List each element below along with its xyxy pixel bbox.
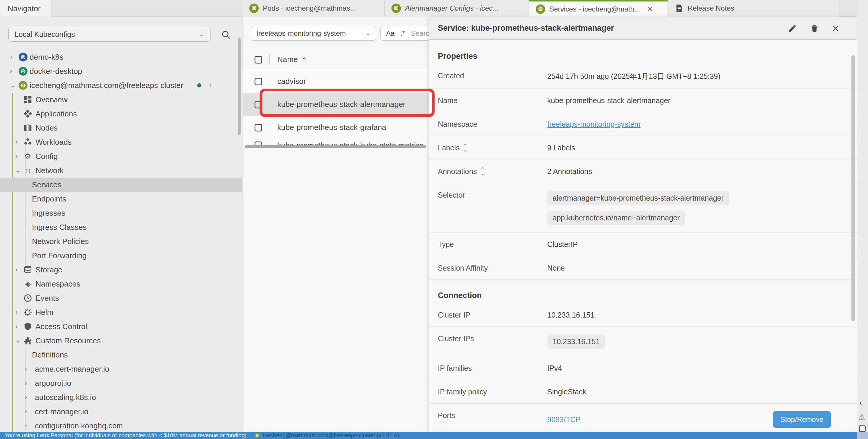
chevron-right-icon[interactable]: › — [16, 153, 18, 160]
namespace-link[interactable]: freeleaps-monitoring-system — [547, 120, 640, 128]
sidebar-scrollbar[interactable] — [238, 37, 241, 135]
tab-alertmanager[interactable]: ☸Alertmanager Configs - icec... — [385, 0, 529, 16]
section-heading: Properties — [438, 52, 857, 61]
sidebar-item-ingresses[interactable]: Ingresses — [0, 206, 242, 220]
chevron-right-icon[interactable]: › — [25, 422, 27, 430]
edit-pencil-icon[interactable] — [787, 24, 797, 33]
drawer-row-namespace: Namespacefreeleaps-monitoring-system — [429, 112, 857, 136]
sidebar-item-custom-resources[interactable]: ⌄Custom Resources — [0, 334, 242, 348]
sidebar-item-storage[interactable]: ›Storage — [0, 263, 242, 277]
sidebar-item-access-control[interactable]: ›Access Control — [0, 319, 242, 334]
sidebar-item-namespaces[interactable]: ◈Namespaces — [0, 277, 242, 291]
tab-close-icon[interactable]: ✕ — [647, 5, 653, 13]
sidebar-item-label: Custom Resources — [35, 336, 101, 345]
chevron-right-icon[interactable]: › — [25, 379, 27, 387]
chevron-right-icon[interactable]: › — [10, 53, 12, 61]
chevron-right-icon[interactable]: › — [16, 323, 18, 330]
sidebar-item-helm[interactable]: ›Helm — [0, 305, 242, 319]
close-icon[interactable]: ✕ — [832, 23, 839, 34]
sidebar-item-label: configuration.konghq.com — [35, 421, 123, 431]
table-row[interactable]: cadvisor — [243, 70, 429, 93]
drawer-value: 254d 17h 50m ago (2025年1月13日 GMT+8 1:25:… — [547, 71, 720, 81]
window-box-icon[interactable] — [859, 426, 866, 432]
select-all-checkbox[interactable] — [254, 56, 262, 64]
drawer-row-ip-families: IP familiesIPv4 — [429, 356, 857, 380]
sidebar-item-cert-manager-io[interactable]: ›cert-manager.io — [0, 404, 242, 418]
chevron-right-icon[interactable]: › — [210, 81, 212, 89]
sidebar-item-argoproj-io[interactable]: ›argoproj.io — [0, 376, 242, 390]
drawer-label: Labels⌃⌄ — [429, 143, 547, 152]
sidebar-item-ingress-classes[interactable]: Ingress Classes — [0, 220, 242, 234]
chevron-right-icon[interactable]: › — [16, 138, 18, 146]
delete-trash-icon[interactable] — [810, 23, 819, 33]
drawer-label-text: Annotations — [438, 167, 477, 176]
sidebar-item-config[interactable]: ›⚙Config — [0, 149, 242, 163]
sidebar-item-workloads[interactable]: ›Workloads — [0, 135, 242, 149]
row-checkbox[interactable] — [254, 101, 262, 108]
table-row-content: kube-prometheus-stack-grafana — [243, 123, 429, 132]
port-row: 9093/TCPStop/Remove — [547, 411, 831, 428]
table-row-content: kube-prometheus-stack-alertmanager — [243, 100, 429, 109]
table-row[interactable]: kube-prometheus-stack-alertmanager — [243, 93, 429, 116]
list-search-input[interactable]: Aa .* Search — [380, 26, 429, 41]
sidebar-item-demo-k8s[interactable]: ›☸demo-k8s — [0, 50, 242, 64]
sort-asc-icon[interactable]: ^ — [303, 56, 305, 64]
chevron-right-icon[interactable]: › — [25, 408, 27, 415]
list-filter-bar: freeleaps-monitoring-system ⌄ Aa .* Sear… — [243, 17, 429, 49]
sidebar-item-definitions[interactable]: Definitions — [0, 348, 242, 362]
search-icon[interactable] — [221, 30, 231, 40]
drawer-label: Created — [429, 71, 547, 80]
kubeconfig-select[interactable]: Local Kubeconfigs ⌄ — [8, 27, 211, 42]
name-column-header[interactable]: Name — [277, 55, 298, 64]
sidebar-item-network[interactable]: ⌄↑↓Network — [0, 163, 242, 177]
stop-remove-button[interactable]: Stop/Remove — [773, 411, 831, 428]
table-row[interactable]: kube-prometheus-stack-grafana — [243, 116, 429, 139]
sidebar-item-applications[interactable]: Applications — [0, 107, 242, 121]
sidebar-item-endpoints[interactable]: Endpoints — [0, 192, 242, 206]
drawer-row-type: TypeClusterIP — [429, 233, 857, 256]
right-edge-strip: ‹ ⚠ — [857, 0, 868, 439]
sidebar-item-docker-desktop[interactable]: ›☸docker-desktop — [0, 64, 242, 78]
warning-icon[interactable]: ⚠ — [858, 412, 865, 421]
drawer-label-text: Selector — [438, 191, 465, 199]
namespace-select[interactable]: freeleaps-monitoring-system ⌄ — [251, 26, 376, 41]
sidebar-item-icecheng-mathmast-com-freeleaps-cluster[interactable]: ⌄☸icecheng@mathmast.com@freeleaps-cluste… — [0, 78, 242, 93]
sidebar-item-network-policies[interactable]: Network Policies — [0, 234, 242, 248]
chevron-right-icon[interactable]: › — [16, 308, 18, 316]
chevron-left-icon[interactable]: ‹ — [860, 398, 862, 407]
sidebar-item-port-forwarding[interactable]: Port Forwarding — [0, 248, 242, 263]
sidebar-item-autoscaling-k8s-io[interactable]: ›autoscaling.k8s.io — [0, 390, 242, 404]
chevron-down-icon[interactable]: ⌄ — [16, 167, 21, 174]
drawer-row-annotations: Annotations⌃⌄2 Annotations — [429, 160, 857, 183]
chevron-down-icon[interactable]: ⌄ — [10, 81, 16, 89]
chevron-right-icon[interactable]: › — [25, 394, 27, 401]
expand-toggle-icon[interactable]: ⌃⌄ — [480, 168, 485, 175]
chevron-right-icon[interactable]: › — [25, 365, 27, 373]
horizontal-scrollbar[interactable] — [245, 145, 426, 148]
services-table: Name ^ cadvisorkube-prometheus-stack-ale… — [243, 49, 429, 147]
expand-toggle-icon[interactable]: ⌃⌄ — [463, 144, 467, 152]
port-link[interactable]: 9093/TCP — [547, 415, 581, 424]
sidebar-item-events[interactable]: Events — [0, 291, 242, 305]
tab-bar: Navigator ☸Pods - icecheng@mathmas...☸Al… — [0, 0, 868, 16]
chevron-right-icon[interactable]: › — [10, 67, 12, 75]
regex-icon[interactable]: .* — [400, 30, 405, 37]
tab-pods[interactable]: ☸Pods - icecheng@mathmas... — [243, 0, 384, 16]
match-case-icon[interactable]: Aa — [386, 30, 394, 37]
row-checkbox[interactable] — [254, 78, 262, 86]
drawer-value: 10.233.16.151 — [547, 310, 594, 319]
sidebar-item-configuration-konghq-com[interactable]: ›configuration.konghq.com — [0, 418, 242, 432]
tab-release[interactable]: Release Notes — [668, 0, 839, 16]
sidebar-item-nodes[interactable]: Nodes — [0, 121, 242, 135]
row-checkbox[interactable] — [254, 124, 262, 131]
sidebar-item-acme-cert-manager-io[interactable]: ›acme.cert-manager.io — [0, 362, 242, 376]
chevron-down-icon[interactable]: ⌄ — [16, 337, 21, 344]
sidebar-item-overview[interactable]: Overview — [0, 93, 242, 107]
chevron-right-icon[interactable]: › — [16, 266, 18, 274]
sidebar-item-services[interactable]: Services — [0, 177, 242, 192]
tab-services[interactable]: ☸Services - icecheng@math...✕ — [529, 0, 668, 16]
lens-app-window: Navigator ☸Pods - icecheng@mathmas...☸Al… — [0, 0, 868, 439]
panel-scrollbar[interactable] — [851, 55, 855, 321]
drawer-value: 2 Annotations — [547, 167, 592, 176]
license-status-text: You're using Lens Personal (for individu… — [5, 432, 247, 439]
